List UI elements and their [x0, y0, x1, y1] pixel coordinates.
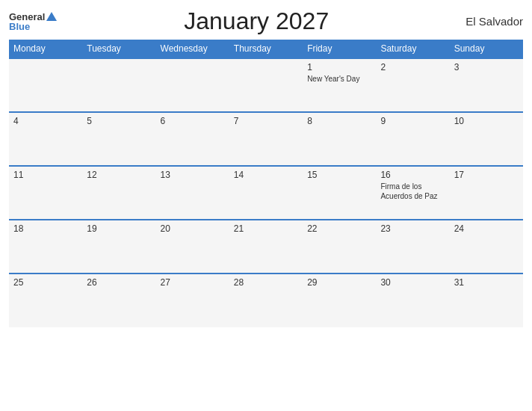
calendar-cell: 4	[9, 112, 82, 166]
day-number: 13	[161, 170, 225, 180]
day-number: 8	[307, 116, 371, 126]
day-number: 23	[380, 223, 445, 234]
calendar-cell: 21	[229, 220, 303, 274]
day-number: 19	[87, 223, 151, 234]
day-number: 5	[87, 116, 151, 126]
calendar-header-row: Monday Tuesday Wednesday Thursday Friday…	[9, 40, 523, 58]
calendar-cell: 7	[229, 112, 303, 166]
calendar-cell: 28	[229, 274, 303, 327]
calendar-cell: 27	[156, 274, 229, 327]
weekday-friday: Friday	[303, 40, 376, 58]
day-number: 11	[13, 170, 78, 180]
day-number: 2	[380, 62, 445, 72]
calendar-cell: 2	[376, 58, 449, 112]
calendar-cell: 8	[303, 112, 376, 166]
weekday-thursday: Thursday	[229, 40, 303, 58]
day-number: 1	[307, 62, 371, 72]
calendar-cell: 31	[450, 274, 523, 327]
calendar-cell: 16Firma de los Acuerdos de Paz	[376, 166, 449, 220]
calendar-cell	[156, 58, 229, 112]
calendar-cell: 3	[450, 58, 523, 112]
calendar-title: January 2027	[57, 7, 456, 35]
day-number: 25	[13, 277, 78, 288]
calendar-cell: 5	[82, 112, 155, 166]
day-number: 26	[87, 277, 151, 288]
day-number: 9	[380, 116, 445, 126]
day-number: 27	[161, 277, 225, 288]
weekday-sunday: Sunday	[450, 40, 523, 58]
calendar-cell: 9	[376, 112, 449, 166]
day-number: 31	[454, 277, 519, 288]
calendar-cell: 20	[156, 220, 229, 274]
day-number: 15	[307, 170, 371, 180]
calendar-event: New Year's Day	[307, 74, 371, 84]
calendar-header: General Blue January 2027 El Salvador	[9, 7, 523, 35]
day-number: 3	[454, 62, 519, 72]
day-number: 4	[13, 116, 78, 126]
calendar-cell: 10	[450, 112, 523, 166]
calendar-cell: 6	[156, 112, 229, 166]
day-number: 30	[380, 277, 445, 288]
calendar-cell	[229, 58, 303, 112]
calendar-cell	[82, 58, 155, 112]
calendar-body: 1New Year's Day2345678910111213141516Fir…	[9, 58, 523, 327]
logo-general-text: General	[9, 12, 45, 22]
day-number: 12	[87, 170, 151, 180]
calendar-cell: 12	[82, 166, 155, 220]
day-number: 24	[454, 223, 519, 234]
calendar-cell: 18	[9, 220, 82, 274]
day-number: 14	[234, 170, 298, 180]
calendar-cell: 19	[82, 220, 155, 274]
calendar-cell: 30	[376, 274, 449, 327]
day-number: 20	[161, 223, 225, 234]
day-number: 7	[234, 116, 298, 126]
calendar-cell	[9, 58, 82, 112]
calendar-cell: 14	[229, 166, 303, 220]
day-number: 10	[454, 116, 519, 126]
calendar-cell: 17	[450, 166, 523, 220]
calendar-cell: 1New Year's Day	[303, 58, 376, 112]
logo-blue-text: Blue	[9, 22, 30, 31]
day-number: 21	[234, 223, 298, 234]
calendar-cell: 13	[156, 166, 229, 220]
country-name: El Salvador	[456, 15, 523, 28]
calendar-cell: 25	[9, 274, 82, 327]
calendar-event: Firma de los Acuerdos de Paz	[380, 182, 445, 201]
day-number: 17	[454, 170, 519, 180]
day-number: 18	[13, 223, 78, 234]
weekday-monday: Monday	[9, 40, 82, 58]
calendar-container: General Blue January 2027 El Salvador Mo…	[0, 0, 532, 411]
day-number: 6	[161, 116, 225, 126]
weekday-wednesday: Wednesday	[156, 40, 229, 58]
weekday-saturday: Saturday	[376, 40, 449, 58]
day-number: 22	[307, 223, 371, 234]
calendar-table: Monday Tuesday Wednesday Thursday Friday…	[9, 40, 523, 327]
day-number: 16	[380, 170, 445, 180]
calendar-cell: 24	[450, 220, 523, 274]
logo: General Blue	[9, 12, 57, 31]
calendar-cell: 26	[82, 274, 155, 327]
calendar-cell: 23	[376, 220, 449, 274]
weekday-tuesday: Tuesday	[82, 40, 155, 58]
day-number: 28	[234, 277, 298, 288]
calendar-cell: 22	[303, 220, 376, 274]
day-number: 29	[307, 277, 371, 288]
logo-triangle-icon	[46, 12, 57, 21]
calendar-cell: 11	[9, 166, 82, 220]
calendar-cell: 15	[303, 166, 376, 220]
calendar-cell: 29	[303, 274, 376, 327]
